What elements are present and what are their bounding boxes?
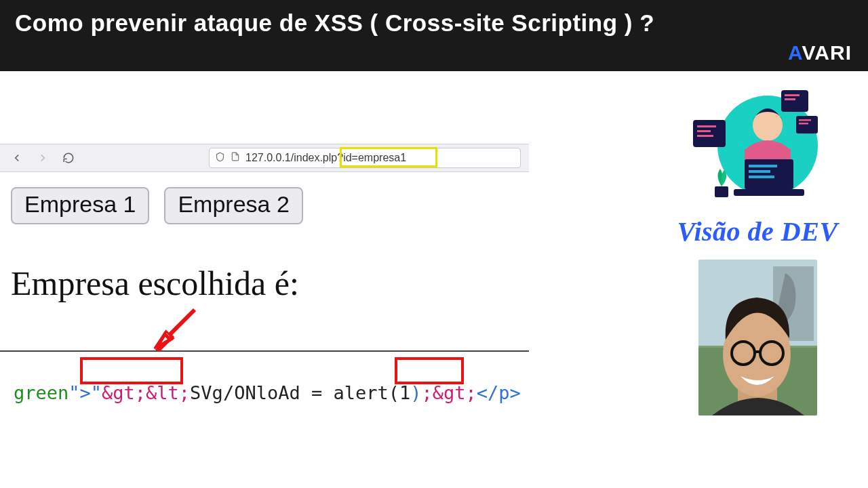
browser-toolbar: 127.0.0.1/index.plp?id=empresa1 (0, 144, 529, 172)
svg-rect-14 (749, 170, 770, 173)
back-button[interactable] (8, 149, 26, 167)
red-box-left (80, 357, 183, 384)
svg-rect-9 (799, 119, 811, 121)
shield-icon (215, 152, 225, 165)
svg-rect-4 (697, 135, 713, 137)
video-title: Como prevenir ataque de XSS ( Cross-site… (15, 9, 853, 37)
red-box-right (395, 357, 464, 384)
svg-rect-15 (749, 176, 774, 178)
chosen-headline: Empresa escolhida é: (11, 264, 518, 303)
browser-mock: 127.0.0.1/index.plp?id=empresa1 Empresa … (0, 144, 529, 303)
svg-rect-13 (749, 165, 777, 167)
forward-button[interactable] (34, 149, 52, 167)
channel-name: Visão de DEV (666, 216, 849, 247)
svg-rect-10 (799, 123, 808, 125)
avari-logo: AVARI (788, 41, 852, 64)
svg-rect-3 (697, 130, 711, 132)
empresa-1-button[interactable]: Empresa 1 (11, 187, 149, 224)
svg-rect-1 (693, 120, 726, 147)
svg-rect-12 (745, 159, 793, 189)
svg-rect-17 (715, 186, 728, 197)
empresa-2-button[interactable]: Empresa 2 (164, 187, 302, 224)
code-region: green">"&gt;&lt;SVg/ONloAd = alert(1);&g… (0, 350, 529, 466)
developer-illustration (686, 85, 829, 210)
escaped-code-line: green">"&gt;&lt;SVg/ONloAd = alert(1);&g… (0, 361, 529, 466)
right-column: Visão de DEV (666, 85, 849, 415)
svg-rect-16 (734, 189, 804, 196)
code-divider (0, 350, 529, 352)
reload-button[interactable] (60, 149, 77, 167)
demo-page: Empresa 1 Empresa 2 Empresa escolhida é: (0, 172, 529, 303)
svg-rect-6 (785, 94, 800, 96)
page-icon (231, 152, 240, 164)
address-bar[interactable]: 127.0.0.1/index.plp?id=empresa1 (209, 148, 521, 168)
svg-rect-5 (781, 90, 808, 112)
url-highlight-box (340, 147, 437, 167)
svg-rect-8 (796, 116, 818, 134)
svg-rect-7 (785, 98, 795, 100)
presenter-photo (698, 260, 817, 415)
arrow-annotation (153, 304, 200, 352)
title-banner: Como prevenir ataque de XSS ( Cross-site… (0, 0, 868, 71)
svg-rect-2 (697, 125, 716, 127)
